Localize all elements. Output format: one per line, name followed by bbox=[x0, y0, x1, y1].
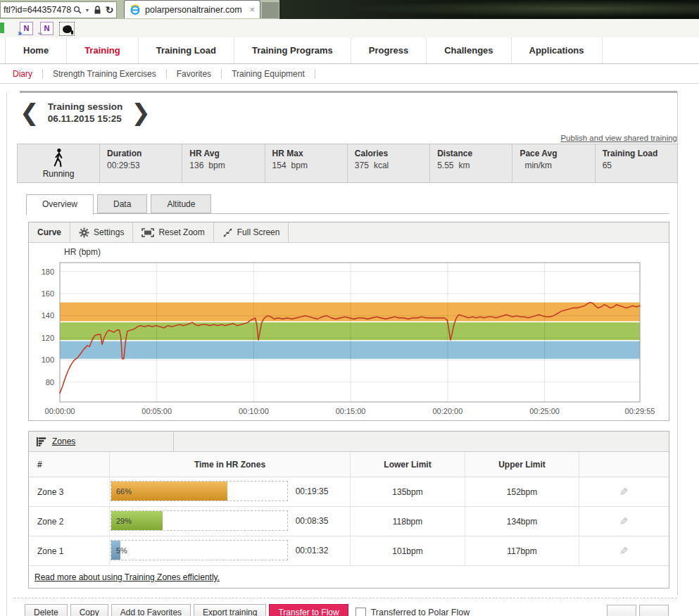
refresh-icon[interactable]: ↻ bbox=[104, 4, 115, 15]
section-divider bbox=[20, 91, 677, 93]
publish-shared-training-link[interactable]: Publish and view shared training bbox=[560, 134, 677, 142]
main-nav: Home Training Training Load Training Pro… bbox=[0, 37, 699, 64]
svg-text:140: 140 bbox=[42, 311, 54, 320]
zone-bar-track: 29% bbox=[111, 510, 288, 531]
edit-zone-icon[interactable]: ✎ bbox=[619, 515, 629, 528]
nav-training-programs[interactable]: Training Programs bbox=[234, 37, 351, 63]
zone-bar-track: 5% bbox=[111, 540, 288, 560]
subnav-training-equipment[interactable]: Training Equipment bbox=[222, 69, 315, 79]
stat-distance: Distance 5.55km bbox=[430, 144, 512, 182]
zone-percent: 5% bbox=[116, 546, 127, 555]
svg-text:120: 120 bbox=[42, 334, 54, 342]
svg-text:00:25:00: 00:25:00 bbox=[529, 407, 560, 415]
nav-training-load[interactable]: Training Load bbox=[139, 37, 234, 63]
nav-challenges[interactable]: Challenges bbox=[427, 37, 511, 63]
settings-button[interactable]: Settings bbox=[70, 222, 132, 242]
partial-button[interactable] bbox=[639, 605, 669, 616]
zone-upper-limit: 117bpm bbox=[465, 536, 579, 565]
browser-command-bar bbox=[0, 19, 699, 38]
zone-bar-cell: 5% 00:01:32 bbox=[110, 536, 351, 565]
delete-button[interactable]: Delete bbox=[25, 604, 68, 616]
stat-hr-avg: HR Avg 136bpm bbox=[182, 144, 265, 182]
evernote-clipper-icon[interactable] bbox=[59, 22, 75, 36]
browser-tab[interactable]: polarpersonaltrainer.com × bbox=[124, 0, 260, 18]
edit-zone-icon[interactable]: ✎ bbox=[619, 486, 629, 498]
toolbar-divider bbox=[288, 222, 289, 242]
stat-training-load: Training Load 65 bbox=[596, 144, 677, 182]
search-icon[interactable] bbox=[72, 4, 82, 15]
transfer-to-flow-button[interactable]: Transfer to Flow bbox=[269, 604, 348, 616]
zones-panel: Zones # Time in HR Zones Lower Limit Upp… bbox=[28, 431, 669, 589]
tab-title: polarpersonaltrainer.com bbox=[145, 5, 242, 15]
tab-overview[interactable]: Overview bbox=[26, 194, 94, 215]
col-zone-number: # bbox=[29, 452, 110, 477]
zone-bar-cell: 66% 00:19:35 bbox=[110, 477, 351, 506]
tab-data[interactable]: Data bbox=[97, 194, 147, 213]
zones-header-divider bbox=[173, 432, 174, 451]
session-datetime: 06.11.2015 15:25 bbox=[48, 113, 123, 125]
stat-calories: Calories 375kcal bbox=[348, 144, 430, 182]
add-to-favorites-button[interactable]: Add to Favorites bbox=[111, 604, 191, 616]
previous-session-button[interactable]: ❮ bbox=[20, 99, 39, 127]
next-session-button[interactable]: ❯ bbox=[131, 99, 151, 127]
transferred-checkbox[interactable] bbox=[355, 608, 366, 616]
subnav-diary[interactable]: Diary bbox=[0, 69, 43, 79]
svg-text:100: 100 bbox=[42, 356, 54, 364]
zone-lower-limit: 135bpm bbox=[351, 477, 465, 506]
nav-progress[interactable]: Progress bbox=[351, 37, 427, 63]
session-header: ❮ Training session 06.11.2015 15:25 ❯ bbox=[20, 99, 151, 127]
sport-label: Running bbox=[43, 169, 75, 179]
partial-button[interactable] bbox=[607, 605, 636, 616]
zone-percent: 66% bbox=[116, 487, 132, 496]
nav-training[interactable]: Training bbox=[67, 37, 139, 63]
training-zones-info-link[interactable]: Read more about using Training Zones eff… bbox=[34, 572, 220, 582]
browser-chrome: ftl?id=6443574788 ▼ ↻ polarpersonaltrain… bbox=[0, 0, 699, 19]
curve-label: Curve bbox=[29, 222, 70, 242]
tab-altitude[interactable]: Altitude bbox=[151, 194, 211, 213]
tab-close-icon[interactable]: × bbox=[249, 4, 255, 15]
ie-icon bbox=[130, 4, 141, 15]
new-tab-button[interactable] bbox=[262, 2, 279, 18]
address-dropdown-icon[interactable]: ▼ bbox=[84, 4, 91, 15]
hr-curve-chart[interactable]: 8010012014016018000:00:0000:05:0000:10:0… bbox=[29, 243, 669, 420]
full-screen-button[interactable]: Full Screen bbox=[214, 222, 289, 242]
table-row-zone-1: Zone 1 5% 00:01:32 101bpm 117bpm ✎ bbox=[29, 536, 669, 566]
svg-text:HR (bpm): HR (bpm) bbox=[64, 247, 101, 257]
col-upper-limit: Upper Limit bbox=[465, 452, 579, 477]
zones-link[interactable]: Zones bbox=[52, 436, 75, 446]
svg-text:00:15:00: 00:15:00 bbox=[336, 407, 366, 415]
zones-header: Zones bbox=[29, 432, 669, 452]
subnav-favorites[interactable]: Favorites bbox=[167, 69, 222, 79]
sport-cell: Running bbox=[18, 144, 100, 182]
nav-home[interactable]: Home bbox=[5, 37, 67, 63]
nav-applications[interactable]: Applications bbox=[512, 37, 603, 63]
stat-pace-avg: Pace Avg min/km bbox=[512, 144, 595, 182]
elephant-icon bbox=[63, 25, 72, 33]
chart-toolbar: Curve Settings Reset Zoom Full Sc bbox=[29, 222, 669, 243]
view-tabs: Overview Data Altitude bbox=[26, 194, 211, 215]
zone-lower-limit: 101bpm bbox=[351, 536, 465, 565]
col-time-in-hr-zones: Time in HR Zones bbox=[110, 452, 351, 477]
svg-text:180: 180 bbox=[42, 268, 54, 276]
subnav-strength-training-exercises[interactable]: Strength Training Exercises bbox=[43, 69, 167, 79]
zone-name: Zone 3 bbox=[29, 477, 110, 506]
desktop-wallpaper bbox=[279, 0, 699, 19]
url-text: ftl?id=6443574788 bbox=[1, 5, 72, 15]
zone-name: Zone 1 bbox=[29, 536, 110, 565]
overview-chart-panel: Curve Settings Reset Zoom Full Sc bbox=[28, 222, 669, 421]
zone-percent: 29% bbox=[116, 517, 132, 525]
edit-zone-icon[interactable]: ✎ bbox=[619, 545, 629, 558]
zone-time: 00:08:35 bbox=[284, 507, 340, 536]
copy-button[interactable]: Copy bbox=[70, 604, 108, 616]
svg-text:00:00:00: 00:00:00 bbox=[45, 407, 75, 415]
send-to-onenote-icon[interactable]: N➤ bbox=[20, 22, 33, 35]
zone-name: Zone 2 bbox=[29, 507, 110, 536]
svg-text:00:10:00: 00:10:00 bbox=[239, 407, 269, 415]
reset-zoom-button[interactable]: Reset Zoom bbox=[133, 222, 213, 242]
lock-icon bbox=[92, 4, 103, 15]
zone-bar-track: 66% bbox=[111, 481, 288, 501]
svg-text:80: 80 bbox=[46, 378, 54, 386]
onenote-linked-notes-icon[interactable]: N∞ bbox=[40, 22, 53, 35]
address-bar[interactable]: ftl?id=6443574788 ▼ ↻ bbox=[0, 1, 117, 18]
export-training-button[interactable]: Export training bbox=[194, 604, 266, 616]
